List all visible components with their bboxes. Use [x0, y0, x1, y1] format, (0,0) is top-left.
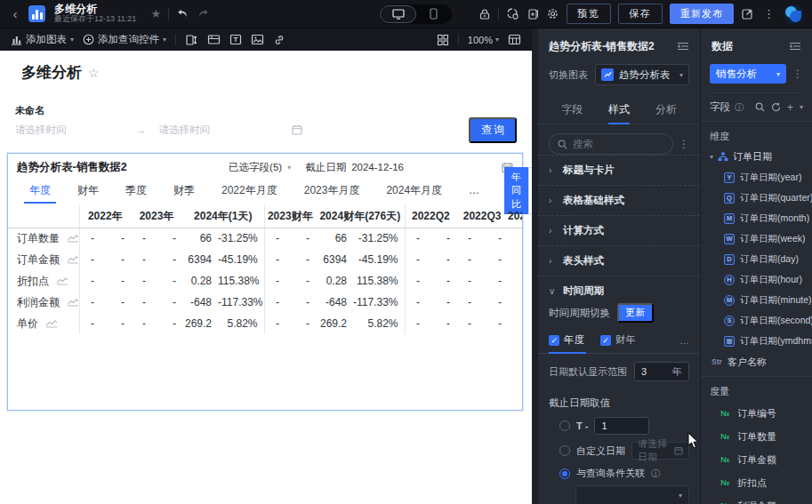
widget-tab-1[interactable]: 财年: [76, 178, 100, 204]
mom-button[interactable]: 环比: [528, 167, 532, 214]
search-icon[interactable]: [755, 102, 765, 112]
radio-selected-icon[interactable]: [559, 468, 570, 479]
style-search-input[interactable]: 搜索: [549, 133, 673, 155]
style-section-0[interactable]: ›标题与卡片: [538, 155, 700, 186]
t-minus-option[interactable]: T - 1: [538, 413, 700, 438]
dataset-select[interactable]: 销售分析 ▾: [710, 64, 786, 84]
dimension-order-date[interactable]: ▾ 订单日期: [701, 147, 812, 167]
refresh-icon[interactable]: [771, 102, 781, 112]
lock-icon[interactable]: [478, 8, 491, 20]
style-tab-1[interactable]: 样式: [596, 96, 643, 124]
user-avatar[interactable]: [784, 4, 803, 24]
dimension-child-8[interactable]: ▦订单日期(ymdhms): [701, 331, 812, 351]
row-label[interactable]: 单价: [8, 313, 79, 334]
row-label[interactable]: 折扣点: [8, 270, 79, 292]
publish-doc-icon[interactable]: [527, 7, 539, 20]
collaboration-icon[interactable]: [506, 7, 519, 20]
undo-icon[interactable]: [176, 7, 189, 20]
dimension-customer-name[interactable]: Str 客户名称: [701, 351, 812, 372]
dimension-child-4[interactable]: D订单日期(day): [701, 249, 812, 269]
radio-unselected-icon[interactable]: [559, 420, 570, 431]
dimension-child-3[interactable]: W订单日期(week): [701, 228, 812, 249]
trend-table-widget[interactable]: 趋势分析表-销售数据2 已选字段(5) ▾ 截止日期 2024-12-16 年度…: [7, 153, 523, 411]
republish-button[interactable]: 重新发布: [670, 4, 734, 24]
page-favorite-star-icon[interactable]: ☆: [88, 66, 100, 80]
link-icon[interactable]: [273, 34, 285, 46]
collapse-panel-icon[interactable]: [789, 41, 801, 52]
row-label[interactable]: 订单金额: [8, 249, 79, 270]
add-chart-menu[interactable]: 添加图表 ▾: [11, 33, 74, 46]
query-link-select[interactable]: ▾: [575, 485, 689, 504]
custom-date-input[interactable]: 请选择日期: [631, 442, 689, 460]
widget-tab-0[interactable]: 年度: [28, 178, 52, 204]
range-input[interactable]: 3 年: [634, 362, 689, 381]
gear-icon[interactable]: [546, 7, 559, 20]
calendar-icon[interactable]: [292, 124, 302, 135]
section-time-period[interactable]: ∨ 时间周期: [538, 276, 700, 301]
collapse-panel-icon[interactable]: [677, 41, 689, 52]
mobile-view-toggle[interactable]: [416, 5, 451, 23]
style-tab-2[interactable]: 分析: [642, 96, 689, 124]
checkbox-checked-icon[interactable]: ✓: [549, 335, 559, 346]
desktop-view-toggle[interactable]: [380, 5, 416, 23]
dimension-child-5[interactable]: H订单日期(hour): [701, 269, 812, 290]
favorite-star-icon[interactable]: ★: [150, 7, 161, 20]
chart-type-select[interactable]: 趋势分析表 ▾: [595, 64, 689, 85]
t-minus-input[interactable]: 1: [594, 417, 649, 435]
preview-button[interactable]: 预览: [567, 4, 611, 24]
query-link-option[interactable]: 与查询条件关联 ⓘ: [538, 463, 700, 484]
add-query-control-menu[interactable]: 添加查询控件 ▾: [83, 33, 166, 46]
query-button[interactable]: 查询: [469, 117, 517, 143]
widget-tab-4[interactable]: 2022年月度: [220, 178, 279, 204]
add-field-icon[interactable]: +: [787, 101, 793, 114]
dashboard-grid-icon[interactable]: [508, 34, 521, 45]
dimension-child-7[interactable]: S订单日期(second): [701, 310, 812, 331]
selected-fields-dropdown[interactable]: 已选字段(5): [229, 161, 282, 174]
widget-tab-2[interactable]: 季度: [124, 178, 149, 204]
style-section-3[interactable]: ›表头样式: [538, 246, 700, 276]
period-tab-1[interactable]: ✓财年: [600, 333, 636, 353]
radio-unselected-icon[interactable]: [559, 445, 570, 456]
layout-grid-icon[interactable]: [437, 34, 449, 46]
deadline-date[interactable]: 2024-12-16: [351, 162, 404, 172]
measure-4[interactable]: №利润金额: [701, 494, 812, 504]
image-icon[interactable]: [251, 34, 264, 45]
dimension-child-2[interactable]: M订单日期(month): [701, 208, 812, 228]
search-more-icon[interactable]: ⋮: [679, 138, 689, 150]
dataset-more-icon[interactable]: ⋮: [792, 68, 803, 80]
chevron-expanded-icon[interactable]: ▾: [710, 153, 713, 161]
style-tab-0[interactable]: 字段: [549, 96, 596, 124]
update-button[interactable]: 更新: [617, 303, 654, 323]
tab-container-icon[interactable]: [207, 34, 221, 45]
measure-3[interactable]: №折扣点: [701, 471, 812, 494]
back-chevron-icon[interactable]: ‹: [9, 6, 21, 21]
yoy-button[interactable]: 年同比: [504, 167, 528, 214]
style-section-1[interactable]: ›表格基础样式: [538, 186, 700, 216]
measure-2[interactable]: №订单金额: [701, 448, 812, 471]
component-icon[interactable]: [185, 34, 198, 46]
widget-tab-3[interactable]: 财季: [172, 178, 197, 204]
measure-1[interactable]: №订单数量: [701, 425, 812, 448]
date-start-input[interactable]: 请选择时间: [15, 124, 67, 137]
save-button[interactable]: 保存: [618, 4, 663, 24]
tabs-overflow-icon[interactable]: …: [467, 179, 481, 202]
zoom-control[interactable]: 100%▾: [468, 35, 499, 45]
date-end-input[interactable]: 请选择时间: [159, 124, 211, 137]
measure-0[interactable]: №订单编号: [701, 402, 812, 425]
custom-date-option[interactable]: 自定义日期 请选择日期: [538, 438, 700, 463]
period-tab-0[interactable]: ✓年度: [549, 333, 584, 353]
more-menu-icon[interactable]: ⋮: [761, 7, 776, 20]
chevron-down-icon[interactable]: ▾: [800, 103, 803, 111]
device-toggle[interactable]: [379, 4, 452, 24]
row-label[interactable]: 订单数量: [8, 228, 79, 249]
dimension-child-0[interactable]: Y订单日期(year): [701, 167, 812, 188]
checkbox-checked-icon[interactable]: ✓: [600, 335, 611, 346]
widget-tab-5[interactable]: 2023年月度: [302, 178, 362, 204]
period-tabs-overflow-icon[interactable]: …: [679, 335, 689, 352]
style-section-2[interactable]: ›计算方式: [538, 216, 700, 246]
text-icon[interactable]: [229, 34, 242, 45]
widget-tab-6[interactable]: 2024年月度: [384, 178, 444, 204]
open-external-icon[interactable]: [741, 7, 754, 20]
redo-icon[interactable]: [197, 7, 210, 20]
dimension-child-1[interactable]: Q订单日期(quarter): [701, 188, 812, 208]
